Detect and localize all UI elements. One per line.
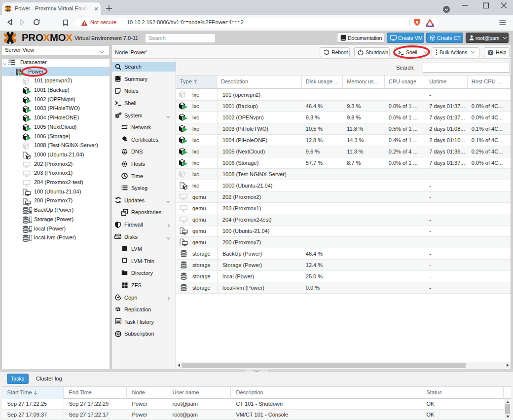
grid-search-input[interactable]: [423, 63, 510, 73]
grid-row-local-power-[interactable]: storagelocal (Power)25.0 %-: [176, 271, 511, 282]
help-button[interactable]: ? Help: [484, 47, 510, 57]
grid-row-204-proxmox2-test-[interactable]: qemu204 (Proxmox2-test)-: [176, 214, 511, 226]
menu-item-zfs[interactable]: ZFS: [112, 281, 176, 290]
scroll-left-arrow[interactable]: [177, 363, 181, 367]
bulk-actions-button[interactable]: Bulk Actions: [432, 47, 479, 57]
menu-item-hosts[interactable]: Hosts: [112, 159, 176, 169]
shell-dropdown-arrow[interactable]: [421, 48, 430, 57]
grid-row-1006-storage-[interactable]: lxc1006 (Storage)57.7 %8.7 %0.0% of 1 ..…: [176, 157, 511, 169]
menu-item-repositories[interactable]: Repositories: [112, 208, 176, 217]
tree-item-power[interactable]: Power: [2, 67, 110, 76]
reload-button[interactable]: [33, 19, 40, 27]
scroll-down-arrow[interactable]: [506, 415, 510, 419]
tree-item-local-lvm-power-[interactable]: local-lvm (Power): [2, 233, 110, 242]
grid-row-101-openvpn2-[interactable]: lxc101 (openvpn2)-: [176, 89, 511, 101]
expander-right-icon[interactable]: [168, 296, 171, 302]
task-column-status[interactable]: Status: [421, 387, 504, 399]
brave-rewards-icon[interactable]: [426, 19, 434, 28]
tree-item-storage-power-[interactable]: Storage (Power): [2, 215, 110, 224]
url-text[interactable]: 10.10.2.162:8006/#v1:0:=node%2FPower:4::…: [127, 19, 244, 25]
header-search-input[interactable]: [146, 34, 215, 43]
grid-row-202-proxmox2-[interactable]: qemu202 (Proxmox2)-: [176, 191, 511, 203]
task-column-node[interactable]: Node: [127, 387, 167, 399]
tree-item-100-ubuntu-21-04-[interactable]: 100 (Ubuntu-21.04): [2, 187, 110, 196]
vscroll-thumb[interactable]: [505, 404, 510, 414]
menu-item-dns[interactable]: DNS: [112, 147, 176, 156]
grid-row-200-proxmox7-[interactable]: qemu200 (Proxmox7)-: [176, 237, 511, 248]
grid-row-local-lvm-power-[interactable]: storagelocal-lvm (Power)0.0 %-: [176, 282, 511, 294]
window-minimize-button[interactable]: [458, 0, 473, 11]
menu-item-updates[interactable]: Updates: [112, 196, 176, 205]
task-column-end-time[interactable]: End Time: [64, 387, 127, 399]
column-header-memory-us-[interactable]: Memory us...: [343, 76, 385, 88]
grid-row-1003-piholetwo-[interactable]: lxc1003 (PiHoleTWO)10.5 %11.8 %0.5% of 1…: [176, 123, 511, 135]
browser-menu-icon[interactable]: [499, 19, 506, 27]
tree-item-1008-test-nginx-server-[interactable]: 1008 (Test-NGINX-Server): [2, 141, 110, 150]
browser-tab[interactable]: Power - Proxmox Virtual Environment ✕: [2, 2, 101, 15]
column-header-host-cpu-[interactable]: Host CPU ...: [468, 76, 511, 88]
tab-cluster-log[interactable]: Cluster log: [36, 374, 62, 384]
hscroll-thumb[interactable]: [182, 363, 466, 368]
forward-button[interactable]: [19, 19, 26, 27]
new-tab-button[interactable]: [105, 4, 113, 12]
expander-down-icon[interactable]: [166, 114, 171, 120]
view-mode-select[interactable]: Server View: [2, 46, 109, 55]
tree-item-1006-storage-[interactable]: 1006 (Storage): [2, 132, 110, 141]
column-header-cpu-usage[interactable]: CPU usage: [385, 76, 426, 88]
window-maximize-button[interactable]: [478, 0, 493, 11]
tree-item-101-openvpn2-[interactable]: 101 (openvpn2): [2, 76, 110, 85]
task-row-1[interactable]: Sep 27 17:09:37Sep 27 17:22:17Powerroot@…: [2, 410, 504, 420]
grid-row-1001-backup-[interactable]: lxc1001 (Backup)46.4 %9.3 %0.0% of 1 ...…: [176, 101, 511, 112]
grid-row-1004-piholeone-[interactable]: lxc1004 (PiHoleONE)12.8 %14.3 %0.4% of 1…: [176, 135, 511, 146]
task-column-description[interactable]: Description: [231, 387, 421, 399]
menu-item-system[interactable]: System: [112, 111, 176, 120]
column-header-uptime[interactable]: Uptime: [425, 76, 467, 88]
menu-item-disks[interactable]: Disks: [112, 232, 176, 242]
grid-row-1008-test-nginx-server-[interactable]: lxc1008 (Test-NGINX-Server)-: [176, 169, 511, 180]
menu-item-shell[interactable]: Shell: [112, 99, 176, 108]
menu-item-subscription[interactable]: Subscription: [112, 329, 176, 339]
reboot-button[interactable]: Reboot: [320, 47, 350, 57]
menu-item-network[interactable]: Network: [112, 123, 176, 132]
tree-item-202-proxmox2-[interactable]: 202 (Proxmox2): [2, 159, 110, 169]
task-row-0[interactable]: Sep 27 17:22:25Sep 27 17:22:29Powerroot@…: [2, 399, 504, 410]
scroll-up-arrow[interactable]: [506, 400, 510, 404]
tree-item-204-proxmox2-test-[interactable]: 204 (Proxmox2-test): [2, 178, 110, 187]
tree-item-200-proxmox7-[interactable]: 200 (Proxmox7): [2, 196, 110, 205]
task-column-user-name[interactable]: User name: [167, 387, 231, 399]
expander-right-icon[interactable]: [168, 223, 171, 229]
tree-item-1004-piholeone-[interactable]: 1004 (PiHoleONE): [2, 113, 110, 122]
tree-item-1005-nextcloud-[interactable]: 1005 (NextCloud): [2, 122, 110, 132]
tree-item-1003-piholetwo-[interactable]: 1003 (PiHoleTWO): [2, 104, 110, 113]
menu-item-task-history[interactable]: Task History: [112, 317, 176, 327]
shutdown-button[interactable]: Shutdown: [354, 47, 390, 57]
grid-row-1002-openvpn-[interactable]: lxc1002 (OPENvpn)9.3 %9.8 %0.0% of 1 ...…: [176, 112, 511, 123]
grid-row-100-ubuntu-21-04-[interactable]: qemu100 (Ubuntu-21.04)-: [176, 226, 511, 237]
column-header-type[interactable]: Type: [176, 76, 217, 88]
menu-item-directory[interactable]: Directory: [112, 268, 176, 278]
create-vm-button[interactable]: Create VM: [387, 33, 424, 43]
grid-row-storage-power-[interactable]: storageStorage (Power)12.4 %-: [176, 260, 511, 271]
scroll-right-arrow[interactable]: [506, 363, 510, 367]
tree-item-datacenter[interactable]: Datacenter: [2, 59, 110, 67]
expander-down-icon[interactable]: [166, 235, 171, 241]
menu-item-notes[interactable]: Notes: [112, 86, 176, 96]
not-secure-warning-icon[interactable]: [81, 20, 88, 27]
window-close-button[interactable]: [496, 0, 511, 11]
menu-item-certificates[interactable]: Certificates: [112, 135, 176, 145]
menu-item-firewall[interactable]: Firewall: [112, 220, 176, 229]
column-header-disk-usage-[interactable]: Disk usage ...: [302, 76, 343, 88]
tree-item-1001-backup-[interactable]: 1001 (Backup): [2, 85, 110, 95]
menu-item-syslog[interactable]: Syslog: [112, 184, 176, 193]
grid-row-1005-nextcloud-[interactable]: lxc1005 (NextCloud)9.6 %11.3 %0.2% of 4 …: [176, 146, 511, 157]
menu-item-lvm[interactable]: LVM: [112, 244, 176, 254]
caret-down-icon[interactable]: [2, 61, 7, 67]
user-menu-button[interactable]: root@pam: [466, 33, 509, 43]
menu-item-replication[interactable]: Replication: [112, 305, 176, 314]
tree-item-1000-ubuntu-21-04-[interactable]: 1000 (Ubuntu-21.04): [2, 150, 110, 159]
back-button[interactable]: [6, 19, 13, 27]
caret-down-icon[interactable]: [10, 70, 15, 76]
task-column-start-time[interactable]: Start Time: [2, 387, 64, 399]
shell-button[interactable]: Shell: [394, 47, 426, 57]
tree-item-203-proxmox1-[interactable]: 203 (Proxmox1): [2, 168, 110, 178]
